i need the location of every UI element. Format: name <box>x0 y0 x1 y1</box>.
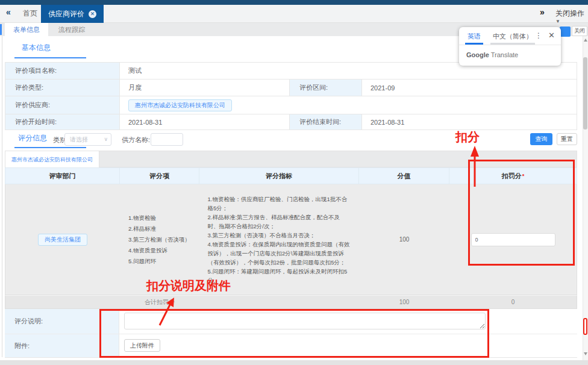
score-items-text: 1.物资检验 2.样品标准 3.第三方检测（否决项） 4.物资质量投诉 5.问题… <box>120 213 199 267</box>
table-row: 评价开始时间: 2021-08-31 评价结束时间: 2021-08-31 <box>5 114 577 130</box>
tab-process-tracking[interactable]: 流程跟踪 <box>48 23 95 36</box>
close-button[interactable]: 关闭 <box>572 26 587 36</box>
google-wordmark: Google <box>466 51 489 58</box>
scrollbar-red-marker <box>583 318 587 335</box>
table-row: 评价类型: 月度 评价区间: 2021-09 <box>5 80 577 96</box>
eval-end-label: 评价结束时间: <box>290 114 362 129</box>
scrollbar-up-icon[interactable] <box>584 39 587 42</box>
eval-supplier-cell: 惠州市杰诚必达安防科技有限公司 <box>120 96 577 114</box>
translate-tab-chinese[interactable]: 中文（简体） <box>490 27 535 45</box>
category-select[interactable]: 请选择 ∨ <box>64 133 111 146</box>
basic-info-title: 基本信息 <box>22 43 51 52</box>
total-score-value: 100 <box>359 296 449 308</box>
eval-type-value: 月度 <box>120 80 290 96</box>
scrollbar-down-icon[interactable] <box>584 352 587 355</box>
annotation-rect-deduction <box>468 160 575 266</box>
tab-company[interactable]: 惠州市杰诚必达安防科技有限公司 <box>5 151 99 167</box>
tab-supplier-evaluation[interactable]: 供应商评价 ✕ <box>41 5 104 23</box>
collapse-tabs-left-icon[interactable]: « <box>6 8 11 16</box>
eval-range-label: 评价区间: <box>290 80 362 96</box>
tab-home[interactable]: 首页 <box>23 10 37 17</box>
top-navy-strip <box>0 0 588 5</box>
supplier-name-input[interactable] <box>151 133 183 146</box>
annotation-explain-label: 扣分说明及附件 <box>146 278 231 294</box>
chevron-down-icon: ∨ <box>104 134 108 145</box>
hidden-blue-button[interactable] <box>560 27 571 37</box>
translate-tab-english[interactable]: 英语 <box>465 27 483 45</box>
project-name-label: 评价项目名称: <box>5 63 120 79</box>
scrollbar-thumb[interactable] <box>583 57 587 129</box>
bottom-strip <box>0 360 588 365</box>
google-translate-logo: Google Translate <box>459 45 561 64</box>
close-icon[interactable]: ✕ <box>548 27 555 45</box>
reset-button[interactable]: 重置 <box>557 133 577 145</box>
header-review-dept: 评审部门 <box>5 168 120 184</box>
kebab-menu-icon[interactable]: ⋮ <box>535 27 542 45</box>
total-deduction-value: 0 <box>449 296 577 308</box>
basic-info-underline <box>14 57 86 58</box>
app-window: « 首页 供应商评价 ✕ » 关闭操作 ▼ 表单信息 流程跟踪 基本信息 评价项… <box>0 0 588 365</box>
header-score-value: 分值 <box>359 168 449 184</box>
active-tab-accent <box>0 24 2 35</box>
score-indicators-text: 1.物资检验：供应商驻厂检验、门店检验，出现1批不合格5分； 2.样品标准:第三… <box>208 195 351 285</box>
content-left-border <box>2 36 2 357</box>
score-info-title: 评分信息 <box>18 134 47 142</box>
supplier-name-label: 供方名称: <box>122 136 150 143</box>
tab-supplier-evaluation-label: 供应商评价 <box>48 9 84 19</box>
basic-info-table: 评价项目名称: 测试 评价类型: 月度 评价区间: 2021-09 评价供应商:… <box>5 62 577 130</box>
tab-form-info[interactable]: 表单信息 <box>5 23 48 36</box>
supplier-link-button[interactable]: 惠州市杰诚必达安防科技有限公司 <box>128 99 232 111</box>
translate-popup: 英语 中文（简体） ⋮ ✕ Google Translate <box>459 27 561 66</box>
total-label: 合计扣罚分 <box>120 296 199 308</box>
header-score-indicators: 评分指标 <box>199 168 359 184</box>
category-placeholder: 请选择 <box>70 136 88 143</box>
annotation-rect-explain <box>99 309 489 358</box>
eval-range-value: 2021-09 <box>362 80 577 96</box>
collapse-tabs-right-icon[interactable]: » <box>540 8 545 16</box>
dept-link-button[interactable]: 尚美生活集团 <box>38 234 87 246</box>
translate-wordmark: Translate <box>491 51 518 58</box>
table-row: 评价供应商: 惠州市杰诚必达安防科技有限公司 <box>5 96 577 114</box>
eval-end-value: 2021-08-31 <box>362 114 577 129</box>
annotation-deduction-label: 扣分 <box>455 129 480 145</box>
close-tab-icon[interactable]: ✕ <box>89 10 96 18</box>
eval-start-value: 2021-08-31 <box>120 114 290 129</box>
score-value-cell: 100 <box>359 184 449 295</box>
total-row: 合计扣罚分 100 0 <box>5 295 577 309</box>
close-operations-label: 关闭操作 <box>555 9 584 17</box>
score-info-underline <box>14 147 86 148</box>
eval-start-label: 评价开始时间: <box>5 114 120 129</box>
eval-type-label: 评价类型: <box>5 80 120 96</box>
translate-tabs: 英语 中文（简体） ⋮ ✕ <box>459 27 561 45</box>
query-button[interactable]: 查询 <box>530 133 552 145</box>
header-score-items: 评分项 <box>120 168 199 184</box>
eval-supplier-label: 评价供应商: <box>5 96 120 114</box>
review-dept-cell: 尚美生活集团 <box>5 184 120 295</box>
